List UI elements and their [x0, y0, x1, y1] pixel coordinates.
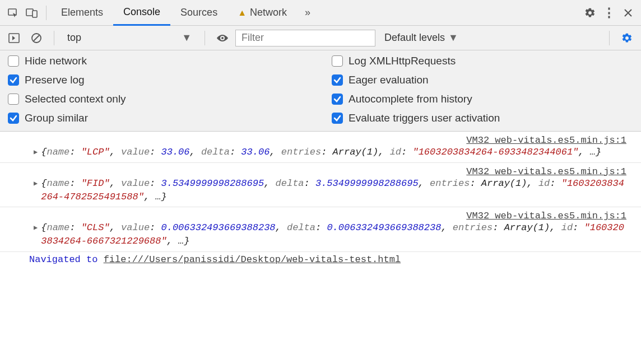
checkbox[interactable] — [332, 94, 343, 105]
levels-label: Default levels — [384, 32, 445, 44]
tab-sources[interactable]: Sources — [170, 0, 227, 25]
kebab-menu-icon[interactable]: ⋮ — [600, 3, 619, 22]
more-tabs-button[interactable]: » — [297, 0, 318, 25]
separator — [205, 31, 205, 45]
console-settings-panel: Hide network Log XMLHttpRequests Preserv… — [0, 50, 641, 132]
checkbox[interactable] — [8, 113, 19, 124]
separator — [609, 31, 610, 45]
console-output: VM32 web-vitals.es5.min.js:1▶{name: "LCP… — [0, 132, 641, 268]
separator — [54, 31, 54, 45]
setting-label: Eager evaluation — [349, 74, 429, 86]
log-row: VM32 web-vitals.es5.min.js:1▶{name: "FID… — [0, 163, 641, 208]
setting-log-xhr[interactable]: Log XMLHttpRequests — [332, 55, 633, 67]
log-row: VM32 web-vitals.es5.min.js:1▶{name: "LCP… — [0, 132, 641, 163]
settings-gear-icon[interactable] — [580, 3, 600, 22]
log-object[interactable]: {name: "LCP", value: 33.06, delta: 33.06… — [41, 146, 601, 159]
tab-console[interactable]: Console — [113, 0, 170, 26]
main-toolbar: Elements Console Sources ▲ Network » ⋮ — [0, 0, 641, 26]
checkbox[interactable] — [332, 113, 343, 124]
sidebar-toggle-icon[interactable] — [4, 29, 24, 48]
setting-label: Log XMLHttpRequests — [349, 55, 456, 67]
navigation-log: Navigated to file:///Users/panissidi/Des… — [0, 252, 641, 268]
device-toggle-icon[interactable] — [22, 3, 41, 22]
filter-input[interactable] — [235, 30, 375, 46]
setting-preserve-log[interactable]: Preserve log — [8, 74, 309, 86]
checkbox[interactable] — [332, 74, 343, 86]
clear-console-icon[interactable] — [27, 29, 46, 48]
expand-triangle-icon[interactable]: ▶ — [34, 223, 38, 232]
setting-autocomplete[interactable]: Autocomplete from history — [332, 93, 633, 105]
source-link[interactable]: VM32 web-vitals.es5.min.js:1 — [10, 134, 637, 146]
log-object[interactable]: {name: "FID", value: 3.5349999998288695,… — [41, 177, 626, 204]
setting-label: Evaluate triggers user activation — [349, 112, 500, 124]
log-row: VM32 web-vitals.es5.min.js:1▶{name: "CLS… — [0, 207, 641, 252]
console-toolbar: top ▼ Default levels ▼ — [0, 26, 641, 50]
nav-url[interactable]: file:///Users/panissidi/Desktop/web-vita… — [104, 254, 401, 265]
setting-label: Preserve log — [25, 74, 85, 86]
setting-label: Hide network — [25, 55, 87, 67]
tab-network[interactable]: ▲ Network — [227, 0, 297, 25]
checkbox[interactable] — [8, 55, 19, 67]
inspect-icon[interactable] — [3, 3, 22, 22]
checkbox[interactable] — [8, 94, 19, 105]
setting-eval-triggers[interactable]: Evaluate triggers user activation — [332, 112, 633, 124]
console-settings-icon[interactable] — [617, 29, 637, 48]
caret-down-icon: ▼ — [182, 32, 192, 44]
log-levels-selector[interactable]: Default levels ▼ — [379, 32, 464, 44]
expand-triangle-icon[interactable]: ▶ — [34, 148, 38, 156]
setting-label: Selected context only — [25, 93, 126, 105]
panel-tabs: Elements Console Sources ▲ Network » — [51, 0, 318, 25]
setting-selected-context[interactable]: Selected context only — [8, 93, 309, 105]
caret-down-icon: ▼ — [448, 32, 458, 44]
setting-label: Autocomplete from history — [349, 93, 472, 105]
setting-label: Group similar — [25, 112, 88, 124]
setting-group-similar[interactable]: Group similar — [8, 112, 309, 124]
log-object[interactable]: {name: "CLS", value: 0.00633249366938823… — [41, 221, 626, 248]
separator — [46, 6, 47, 20]
context-selector[interactable]: top ▼ — [62, 30, 197, 45]
svg-rect-2 — [32, 11, 37, 17]
nav-prefix: Navigated to — [29, 254, 104, 265]
setting-hide-network[interactable]: Hide network — [8, 55, 309, 67]
expand-triangle-icon[interactable]: ▶ — [34, 179, 38, 188]
context-label: top — [67, 32, 81, 44]
source-link[interactable]: VM32 web-vitals.es5.min.js:1 — [10, 165, 637, 177]
live-expression-icon[interactable] — [213, 29, 232, 48]
close-icon[interactable] — [619, 3, 638, 22]
setting-eager-eval[interactable]: Eager evaluation — [332, 74, 633, 86]
checkbox[interactable] — [332, 55, 343, 67]
tab-network-label: Network — [250, 7, 287, 18]
checkbox[interactable] — [8, 74, 19, 86]
tab-elements[interactable]: Elements — [51, 0, 113, 25]
source-link[interactable]: VM32 web-vitals.es5.min.js:1 — [10, 209, 637, 221]
warning-icon: ▲ — [238, 8, 247, 18]
